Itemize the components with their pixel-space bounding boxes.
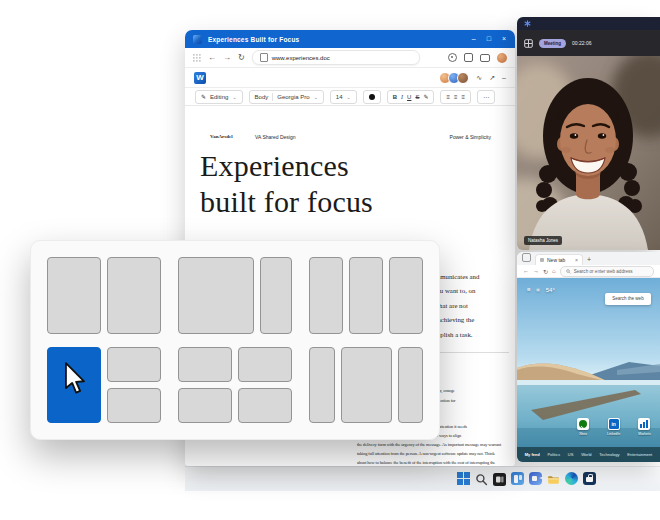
snap-zone[interactable] [238,347,292,382]
snap-zone[interactable] [309,347,335,424]
profile-avatar[interactable] [497,53,507,63]
feed-nav-us[interactable]: US [568,452,574,457]
task-view-icon[interactable] [493,472,506,485]
edge-browser-window: New tab × + ← → ↻ ⌂ Search or enter web … [517,252,660,462]
windows-start-icon[interactable] [457,472,470,485]
widgets-icon[interactable] [511,472,524,485]
snap-zone[interactable] [349,257,383,334]
temperature[interactable]: 54° [546,287,555,293]
tab-list-icon[interactable] [522,253,531,262]
feed-nav-technology[interactable]: Technology [599,452,619,457]
search-icon[interactable] [475,472,488,485]
search-icon [566,269,571,274]
snap-zone[interactable] [178,347,232,382]
refresh-icon[interactable]: ↻ [543,268,548,275]
share-icon[interactable]: ↗ [489,74,495,82]
active-tab[interactable]: New tab × [535,254,583,265]
extensions-icon[interactable] [464,53,473,62]
feed-nav-world[interactable]: World [581,452,591,457]
snap-zone[interactable] [47,257,101,334]
close-button[interactable]: × [502,30,506,48]
snap-zone[interactable] [260,257,292,334]
chat-icon[interactable] [529,472,542,485]
feed-nav-my-feed[interactable]: My feed [525,452,540,457]
desktop-composite: Experiences Built for Focus – □ × ← → ↻ … [0,0,660,520]
feed-nav-politics[interactable]: Politics [547,452,560,457]
gallery-view-icon[interactable] [524,39,533,48]
doc-tagline: Power & Simplicity [450,134,491,140]
style-font-group[interactable]: Body Georgia Pro ⌄ [249,90,324,104]
font-color-button[interactable] [363,90,381,104]
forward-icon[interactable]: → [223,53,231,62]
layout-three-columns[interactable] [309,257,423,334]
refresh-icon[interactable]: ↻ [238,53,245,62]
feed-nav-entertainment[interactable]: Entertainment [627,452,652,457]
snap-zone[interactable] [107,257,161,334]
editing-mode-dropdown[interactable]: ✎ Editing ⌄ [195,90,243,104]
window-title: Experiences Built for Focus [208,36,299,43]
meeting-badge: Meeting [539,39,566,48]
settings-icon[interactable] [448,53,457,62]
snap-zone[interactable] [398,347,424,424]
snap-zone[interactable] [309,257,343,334]
font-size-value: 14 [336,94,343,100]
menu-icon[interactable]: ≡ [527,286,531,293]
italic-button[interactable]: I [401,94,403,100]
layout-two-columns[interactable] [47,257,161,334]
numbered-list-icon[interactable]: ≡ [454,94,458,100]
snap-layouts-panel [30,240,440,440]
tab-bar: New tab × + [517,252,660,265]
address-bar[interactable]: www.experiences.doc [252,50,420,65]
style-select[interactable]: Body [255,94,269,100]
chevron-down-icon: ⌄ [232,94,236,100]
home-icon[interactable]: ⌂ [552,268,556,274]
collaborator-avatars[interactable] [439,72,469,84]
snap-zone[interactable] [238,388,292,423]
format-group: B I U S ✎ [387,90,435,104]
layout-quad-grid[interactable] [178,347,292,424]
tab-close-icon[interactable]: × [575,257,578,263]
snap-zone[interactable] [178,388,232,423]
snap-zone[interactable] [178,257,254,334]
collapse-icon[interactable]: – [502,74,506,81]
edge-browser-icon[interactable] [565,472,578,485]
maximize-button[interactable]: □ [487,30,491,48]
bar-chart-icon [640,420,648,428]
address-bar[interactable]: Search or enter web address [560,266,654,277]
back-icon[interactable]: ← [208,53,216,62]
quick-link-linkedin[interactable]: in LinkedIn [607,418,620,436]
apps-grid-icon[interactable] [193,54,201,62]
snap-zone[interactable] [389,257,423,334]
quick-link-xbox[interactable]: Xbox [577,418,589,436]
minimize-button[interactable]: – [472,30,476,48]
back-icon[interactable]: ← [523,268,529,274]
highlighter-icon[interactable]: ✎ [423,93,428,100]
snap-zone[interactable] [107,388,161,423]
snap-zone[interactable] [341,347,392,424]
web-search-box[interactable]: Search the web [605,293,651,305]
forward-icon[interactable]: → [533,268,539,274]
font-size-select[interactable]: 14 ⌄ [330,90,357,104]
indent-icon[interactable]: ≡ [462,94,466,100]
layout-wide-center[interactable] [309,347,423,424]
underline-button[interactable]: U [407,94,411,100]
layout-wide-left[interactable] [178,257,292,334]
microsoft-store-icon[interactable] [583,472,596,485]
strikethrough-button[interactable]: S [415,94,419,100]
call-title-bar [517,17,660,30]
quick-link-markets[interactable]: Markets [638,418,650,436]
teams-sparkle-icon [524,20,531,27]
web-capture-icon[interactable] [480,54,490,62]
mouse-cursor [62,362,88,396]
new-tab-button[interactable]: + [587,256,591,263]
document-title-bar[interactable]: Experiences Built for Focus – □ × [185,30,515,48]
presence-icon[interactable]: ∿ [476,74,482,82]
more-options-button[interactable]: ⋯ [477,90,495,104]
font-select[interactable]: Georgia Pro [277,94,309,100]
word-logo-icon[interactable]: W [194,72,206,84]
bold-button[interactable]: B [393,94,397,100]
chevron-down-icon: ⌄ [314,94,318,100]
bullet-list-icon[interactable]: ≡ [446,94,450,100]
file-explorer-icon[interactable] [547,472,560,485]
snap-zone[interactable] [107,347,161,382]
